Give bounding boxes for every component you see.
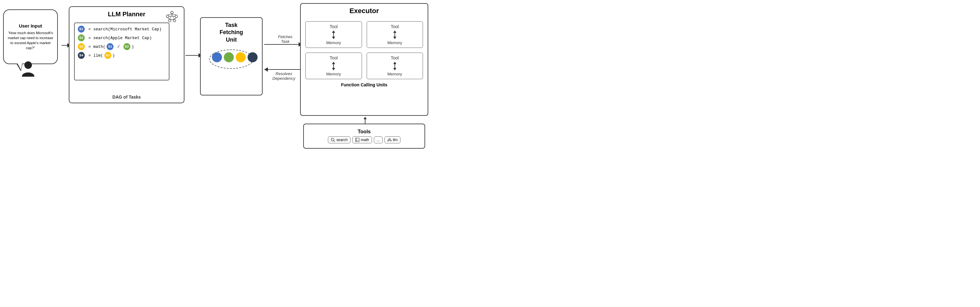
tool-chip-llm: llm — [385, 136, 401, 143]
search-icon — [331, 138, 335, 142]
tool-label-4: Tool — [391, 55, 399, 61]
circle-blue — [212, 52, 222, 62]
svg-line-9 — [175, 18, 176, 19]
svg-line-6 — [167, 14, 172, 15]
tool-chip-math: math — [352, 136, 372, 143]
tool-memory-card-4: Tool Memory — [367, 53, 423, 79]
ellipsis-label: ... — [377, 138, 380, 142]
task-fetching-title: TaskFetchingUnit — [220, 22, 243, 43]
task-line-1: $1 = search(Microsoft Market Cap) — [78, 26, 165, 32]
vert-arrow-2 — [393, 30, 396, 39]
svg-point-4 — [169, 19, 171, 22]
task-fetching-unit: TaskFetchingUnit — [200, 17, 262, 96]
tool-memory-card-1: Tool Memory — [305, 21, 362, 48]
resolves-dep-label: ResolvesDependency — [268, 71, 299, 81]
circle-green — [224, 52, 234, 62]
tool-chip-math-label: math — [361, 138, 369, 142]
llm-planner-box: LLM Planner $1 = search(Microsoft Market… — [69, 6, 185, 103]
svg-line-26 — [388, 139, 389, 140]
tools-box: Tools search math — [303, 124, 425, 149]
dag-label: DAG of Tasks — [69, 94, 184, 99]
tools-title: Tools — [358, 129, 371, 134]
svg-point-2 — [166, 15, 169, 18]
diagram: User Input “How much does Microsoft’s ma… — [0, 0, 490, 154]
dag-tasks-box: $1 = search(Microsoft Market Cap) $2 = s… — [74, 22, 169, 80]
fetches-task-label: FetchesTask — [270, 34, 300, 44]
svg-point-23 — [389, 138, 390, 139]
svg-line-27 — [390, 139, 391, 140]
llm-icon — [387, 138, 392, 142]
memory-label-4: Memory — [387, 72, 402, 76]
token-ref-s2: $2 — [124, 43, 130, 50]
tool-chip-ellipsis: ... — [374, 136, 383, 143]
math-icon — [355, 138, 360, 142]
svg-point-3 — [175, 15, 178, 18]
task-line-3: $3 = math( $1 / $2 ) — [78, 43, 165, 50]
memory-label-2: Memory — [387, 40, 402, 45]
speech-bubble: User Input “How much does Microsoft’s ma… — [3, 10, 58, 64]
resolves-dep-arrow — [264, 67, 302, 72]
tool-memory-card-3: Tool Memory — [305, 53, 362, 79]
vert-arrow-4 — [393, 62, 396, 70]
user-figure-icon — [20, 61, 36, 78]
memory-label-3: Memory — [326, 72, 341, 76]
svg-point-25 — [390, 140, 391, 141]
memory-label-1: Memory — [326, 40, 341, 45]
task-line-4: $4 = llm( $3 ) — [78, 52, 165, 59]
network-icon — [165, 10, 179, 24]
token-s3: $3 — [78, 43, 85, 50]
circle-dark-blue — [248, 52, 258, 62]
function-calling-label: Function Calling Units — [301, 82, 428, 87]
svg-line-13 — [172, 14, 175, 19]
tool-memory-card-2: Tool Memory — [367, 21, 423, 48]
tool-label-3: Tool — [329, 55, 337, 61]
user-input-text: “How much does Microsoft’s market cap ne… — [7, 30, 54, 50]
tool-label-2: Tool — [391, 24, 399, 29]
svg-rect-17 — [355, 138, 359, 142]
token-s1: $1 — [78, 26, 85, 32]
tool-label-1: Tool — [329, 24, 337, 29]
svg-point-24 — [388, 140, 389, 141]
task-line-2: $2 = search(Apple Market Cap) — [78, 34, 165, 41]
user-input-title: User Input — [19, 23, 42, 29]
svg-point-5 — [173, 19, 176, 22]
svg-line-8 — [167, 18, 170, 19]
token-ref-s3: $3 — [104, 52, 111, 59]
token-s4: $4 — [78, 52, 85, 59]
executor-title: Executor — [301, 7, 428, 15]
circle-yellow — [236, 52, 246, 62]
svg-point-0 — [24, 61, 32, 69]
tool-chip-llm-label: llm — [393, 138, 398, 142]
token-ref-s1: $1 — [107, 43, 113, 50]
svg-point-15 — [331, 138, 334, 141]
function-calling-grid: Tool Memory Tool Memory — [301, 17, 428, 84]
tool-chip-search-label: search — [336, 138, 348, 142]
svg-line-16 — [334, 141, 335, 142]
tool-chip-search: search — [328, 136, 350, 143]
vert-arrow-3 — [332, 62, 335, 70]
token-s2: $2 — [78, 34, 85, 41]
executor-box: Executor Tool Memory Tool — [300, 3, 428, 116]
tools-row: search math ... — [328, 136, 401, 143]
arrow-llm-to-task — [185, 53, 202, 58]
svg-point-1 — [171, 11, 173, 14]
svg-line-7 — [172, 14, 176, 15]
svg-line-12 — [170, 14, 172, 19]
user-input-area: User Input “How much does Microsoft’s ma… — [3, 10, 59, 78]
vert-arrow-1 — [332, 30, 335, 39]
